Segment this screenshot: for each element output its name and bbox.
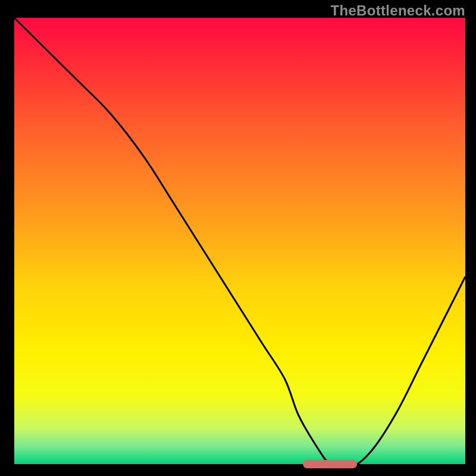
- chart-svg: [0, 0, 476, 476]
- watermark-text: TheBottleneck.com: [331, 2, 465, 19]
- optimal-marker: [303, 460, 357, 468]
- bottleneck-chart: TheBottleneck.com: [0, 0, 476, 476]
